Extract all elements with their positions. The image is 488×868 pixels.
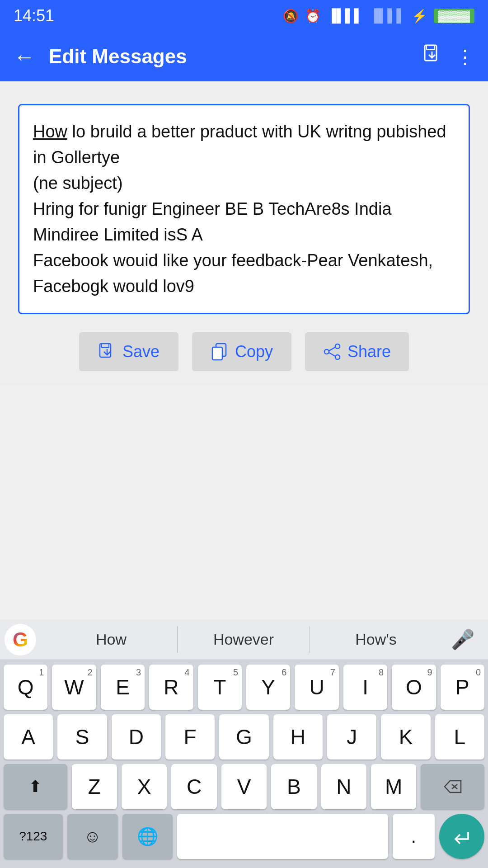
key-d[interactable]: D bbox=[112, 714, 161, 760]
svg-rect-4 bbox=[102, 344, 109, 348]
google-logo: G bbox=[5, 624, 36, 656]
key-s[interactable]: S bbox=[57, 714, 107, 760]
svg-line-11 bbox=[329, 353, 335, 356]
copy-label: Copy bbox=[235, 342, 273, 361]
key-l[interactable]: L bbox=[435, 714, 484, 760]
app-bar-title: Edit Messages bbox=[49, 45, 408, 68]
enter-key[interactable] bbox=[439, 814, 484, 859]
key-n[interactable]: N bbox=[321, 764, 366, 809]
key-o[interactable]: 9O bbox=[392, 665, 436, 710]
key-b[interactable]: B bbox=[271, 764, 316, 809]
key-x[interactable]: X bbox=[122, 764, 167, 809]
globe-key[interactable]: 🌐 bbox=[122, 814, 173, 859]
signal2-icon: ▐▌▌▌ bbox=[370, 9, 405, 23]
key-j[interactable]: J bbox=[327, 714, 376, 760]
suggestion-however[interactable]: However bbox=[178, 626, 310, 653]
key-z[interactable]: Z bbox=[72, 764, 117, 809]
copy-button[interactable]: Copy bbox=[192, 332, 291, 371]
key-h[interactable]: H bbox=[273, 714, 323, 760]
backspace-key[interactable] bbox=[421, 764, 484, 809]
save-label: Save bbox=[122, 342, 160, 361]
suggestions-row: G How However How's 🎤 bbox=[0, 619, 488, 660]
keyboard-row-4: ?123 ☺ 🌐 . bbox=[4, 814, 484, 859]
key-g[interactable]: G bbox=[219, 714, 268, 760]
key-i[interactable]: 8I bbox=[343, 665, 387, 710]
numeric-key[interactable]: ?123 bbox=[4, 814, 63, 859]
app-bar: ← Edit Messages ⋮ bbox=[0, 32, 488, 81]
key-e[interactable]: 3E bbox=[101, 665, 145, 710]
key-p[interactable]: 0P bbox=[441, 665, 484, 710]
main-content: How lo bruild a better praduct with UK w… bbox=[0, 81, 488, 385]
underlined-word: How bbox=[33, 122, 67, 141]
mute-icon: 🔕 bbox=[283, 9, 299, 24]
status-time: 14:51 bbox=[14, 6, 54, 25]
key-q[interactable]: 1Q bbox=[4, 665, 47, 710]
shift-key[interactable]: ⬆ bbox=[4, 764, 67, 809]
alarm-icon: ⏰ bbox=[305, 9, 321, 24]
key-k[interactable]: K bbox=[381, 714, 430, 760]
svg-point-10 bbox=[324, 349, 329, 354]
space-key[interactable] bbox=[177, 814, 388, 859]
key-r[interactable]: 4R bbox=[149, 665, 193, 710]
key-a[interactable]: A bbox=[4, 714, 53, 760]
app-bar-actions: ⋮ bbox=[422, 44, 474, 69]
key-m[interactable]: M bbox=[371, 764, 416, 809]
battery-charge-icon: ⚡ bbox=[412, 9, 427, 24]
signal-icon: ▐▌▌▌ bbox=[327, 9, 363, 23]
keyboard-row-2: A S D F G H J K L bbox=[4, 714, 484, 760]
save-button[interactable]: Save bbox=[79, 332, 178, 371]
svg-point-9 bbox=[335, 355, 340, 359]
key-w[interactable]: 2W bbox=[52, 665, 96, 710]
text-editor[interactable]: How lo bruild a better praduct with UK w… bbox=[18, 104, 470, 314]
more-options-button[interactable]: ⋮ bbox=[455, 46, 474, 68]
suggestion-how[interactable]: How bbox=[45, 626, 178, 653]
key-c[interactable]: C bbox=[171, 764, 216, 809]
keyboard-row-1: 1Q 2W 3E 4R 5T 6Y 7U 8I 9O 0P bbox=[4, 665, 484, 710]
keyboard-row-3: ⬆ Z X C V B N M bbox=[4, 764, 484, 809]
period-key[interactable]: . bbox=[393, 814, 435, 859]
status-bar: 14:51 🔕 ⏰ ▐▌▌▌ ▐▌▌▌ ⚡ ▓▓▓▓ bbox=[0, 0, 488, 32]
editor-content[interactable]: How lo bruild a better praduct with UK w… bbox=[33, 119, 455, 299]
key-y[interactable]: 6Y bbox=[246, 665, 290, 710]
svg-line-12 bbox=[329, 347, 335, 351]
keyboard-keys: 1Q 2W 3E 4R 5T 6Y 7U 8I 9O 0P A S D F G … bbox=[0, 660, 488, 868]
share-button[interactable]: Share bbox=[305, 332, 409, 371]
svg-point-8 bbox=[335, 344, 340, 349]
key-t[interactable]: 5T bbox=[198, 665, 242, 710]
status-icons: 🔕 ⏰ ▐▌▌▌ ▐▌▌▌ ⚡ ▓▓▓▓ bbox=[283, 9, 474, 24]
save-appbar-button[interactable] bbox=[422, 44, 442, 69]
key-v[interactable]: V bbox=[221, 764, 267, 809]
key-u[interactable]: 7U bbox=[295, 665, 338, 710]
action-buttons: Save Copy Share bbox=[79, 332, 409, 371]
battery-icon: ▓▓▓▓ bbox=[434, 9, 474, 23]
key-f[interactable]: F bbox=[165, 714, 215, 760]
svg-rect-7 bbox=[212, 347, 222, 360]
keyboard-area: G How However How's 🎤 1Q 2W 3E 4R 5T 6Y … bbox=[0, 619, 488, 868]
back-button[interactable]: ← bbox=[14, 44, 35, 69]
microphone-icon[interactable]: 🎤 bbox=[442, 628, 483, 651]
emoji-key[interactable]: ☺ bbox=[67, 814, 118, 859]
suggestion-hows[interactable]: How's bbox=[310, 626, 442, 653]
share-label: Share bbox=[347, 342, 391, 361]
